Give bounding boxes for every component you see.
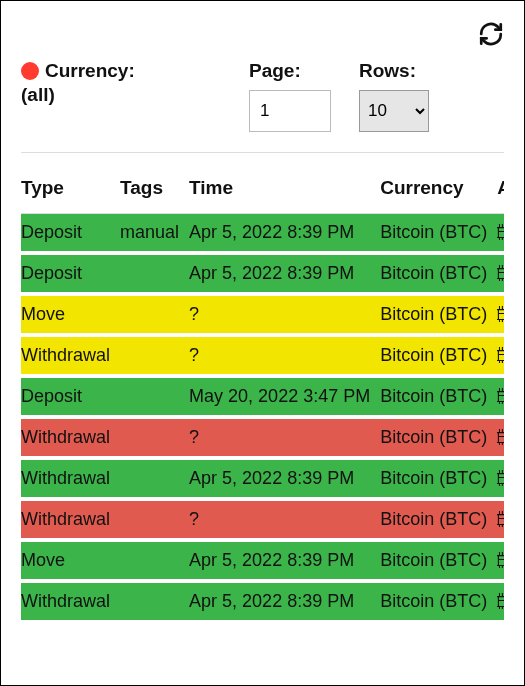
cell-amount: ₿-50.00000000: [497, 417, 504, 458]
table-row[interactable]: DepositmanualApr 5, 2022 8:39 PMBitcoin …: [21, 213, 504, 253]
cell-amount: ₿-0.00000001: [497, 294, 504, 335]
cell-type: Move: [21, 540, 120, 581]
currency-filter-value: (all): [21, 84, 221, 106]
table-row[interactable]: Withdrawal?Bitcoin (BTC)₿-50.00000000: [21, 417, 504, 458]
table-row[interactable]: WithdrawalApr 5, 2022 8:39 PMBitcoin (BT…: [21, 458, 504, 499]
cell-tags: [120, 335, 189, 376]
table-row[interactable]: Move?Bitcoin (BTC)₿-0.00000001: [21, 294, 504, 335]
col-type[interactable]: Type: [21, 167, 120, 214]
table-row[interactable]: Withdrawal?Bitcoin (BTC)₿-0.10000000: [21, 499, 504, 540]
col-currency[interactable]: Currency: [380, 167, 497, 214]
cell-type: Withdrawal: [21, 417, 120, 458]
cell-currency: Bitcoin (BTC): [380, 294, 497, 335]
cell-type: Deposit: [21, 376, 120, 417]
transactions-table: Type Tags Time Currency Amount Depositma…: [21, 167, 504, 624]
cell-currency: Bitcoin (BTC): [380, 581, 497, 622]
cell-amount: ₿-0.01000000: [497, 581, 504, 622]
cell-amount: ₿-0.01000000: [497, 335, 504, 376]
cell-currency: Bitcoin (BTC): [380, 213, 497, 253]
cell-currency: Bitcoin (BTC): [380, 376, 497, 417]
cell-time: Apr 5, 2022 8:39 PM: [189, 213, 380, 253]
table-row[interactable]: Withdrawal?Bitcoin (BTC)₿-0.01000000: [21, 335, 504, 376]
cell-tags: [120, 253, 189, 294]
table-row[interactable]: WithdrawalApr 5, 2022 8:39 PMBitcoin (BT…: [21, 581, 504, 622]
transactions-table-scroll[interactable]: Type Tags Time Currency Amount Depositma…: [21, 167, 504, 647]
cell-tags: manual: [120, 213, 189, 253]
cell-currency: Bitcoin (BTC): [380, 253, 497, 294]
cell-currency: Bitcoin (BTC): [380, 417, 497, 458]
cell-time: May 20, 2022 3:47 PM: [189, 376, 380, 417]
cell-type: Withdrawal: [21, 458, 120, 499]
cell-amount: ₿-0.10000000: [497, 458, 504, 499]
cell-tags: [120, 499, 189, 540]
table-row[interactable]: DepositApr 5, 2022 8:39 PMBitcoin (BTC)₿…: [21, 253, 504, 294]
rows-label: Rows:: [359, 59, 429, 84]
cell-tags: [120, 458, 189, 499]
cell-currency: Bitcoin (BTC): [380, 335, 497, 376]
cell-type: Withdrawal: [21, 499, 120, 540]
currency-filter[interactable]: Currency:: [21, 59, 221, 84]
cell-amount: ₿1.00000000: [497, 376, 504, 417]
cell-time: ?: [189, 499, 380, 540]
rows-select[interactable]: 10: [359, 90, 429, 132]
cell-time: ?: [189, 294, 380, 335]
currency-filter-label: Currency:: [45, 59, 135, 84]
cell-amount: ₿-1.00000000: [497, 540, 504, 581]
cell-type: Deposit: [21, 213, 120, 253]
cell-type: Move: [21, 294, 120, 335]
cell-type: Deposit: [21, 253, 120, 294]
cell-time: ?: [189, 417, 380, 458]
cell-currency: Bitcoin (BTC): [380, 540, 497, 581]
cell-time: Apr 5, 2022 8:39 PM: [189, 458, 380, 499]
table-row[interactable]: DepositMay 20, 2022 3:47 PMBitcoin (BTC)…: [21, 376, 504, 417]
table-row[interactable]: MoveApr 5, 2022 8:39 PMBitcoin (BTC)₿-1.…: [21, 540, 504, 581]
col-amount[interactable]: Amount: [497, 167, 504, 214]
cell-time: Apr 5, 2022 8:39 PM: [189, 540, 380, 581]
cell-type: Withdrawal: [21, 335, 120, 376]
cell-amount: ₿-0.10000000: [497, 499, 504, 540]
refresh-icon[interactable]: [478, 21, 504, 51]
page-label: Page:: [249, 59, 331, 84]
col-tags[interactable]: Tags: [120, 167, 189, 214]
cell-tags: [120, 294, 189, 335]
cell-currency: Bitcoin (BTC): [380, 458, 497, 499]
cell-tags: [120, 417, 189, 458]
cell-type: Withdrawal: [21, 581, 120, 622]
cell-time: Apr 5, 2022 8:39 PM: [189, 253, 380, 294]
cell-time: ?: [189, 335, 380, 376]
record-dot-icon: [21, 62, 39, 80]
cell-currency: Bitcoin (BTC): [380, 499, 497, 540]
cell-tags: [120, 540, 189, 581]
cell-amount: ₿4.20000000: [497, 213, 504, 253]
cell-tags: [120, 376, 189, 417]
cell-time: Apr 5, 2022 8:39 PM: [189, 581, 380, 622]
page-input[interactable]: [249, 90, 331, 132]
cell-amount: ₿0.00000001: [497, 253, 504, 294]
cell-tags: [120, 581, 189, 622]
col-time[interactable]: Time: [189, 167, 380, 214]
